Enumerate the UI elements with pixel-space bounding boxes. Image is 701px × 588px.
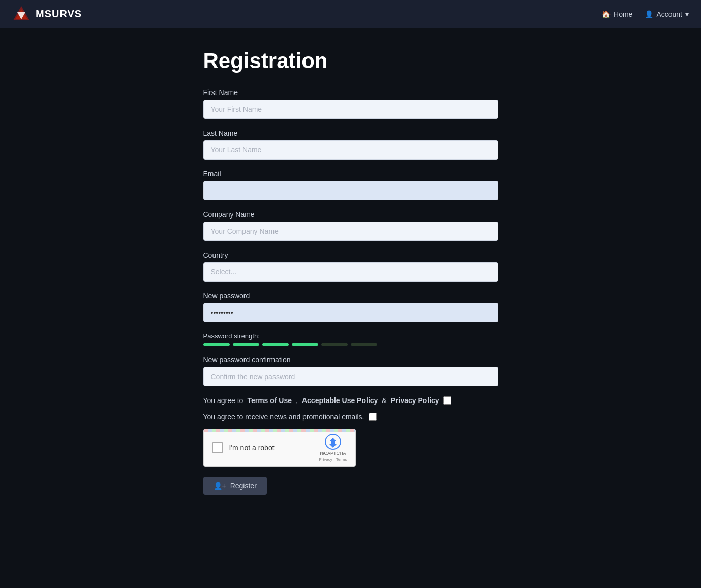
acceptable-use-link[interactable]: Acceptable Use Policy [302,396,378,405]
password-label: New password [203,292,498,300]
strength-bar-1 [203,343,230,346]
recaptcha-brand-text: reCAPTCHA [320,451,346,456]
register-button[interactable]: 👤+ Register [203,477,267,495]
recaptcha-checkbox[interactable] [212,442,223,453]
brand-name: MSURVS [36,8,82,20]
home-link[interactable]: 🏠 Home [602,10,632,18]
email-label: Email [203,170,498,178]
brand-logo[interactable]: MSURVS [12,5,82,23]
navbar: MSURVS 🏠 Home 👤 Account ▾ [0,0,701,28]
first-name-group: First Name [203,88,498,119]
strength-bars [203,343,498,346]
main-content: Registration First Name Last Name Email … [193,28,508,525]
news-checkbox-row: You agree to receive news and promotiona… [203,413,498,421]
recaptcha-links: Privacy - Terms [319,457,347,462]
email-group: Email [203,170,498,200]
terms-text-before: You agree to [203,396,243,405]
home-icon: 🏠 [602,10,611,18]
logo-icon [12,5,31,23]
recaptcha-box[interactable]: I'm not a robot reCAPTCHA Privacy - Term… [203,429,356,467]
country-select[interactable]: Select... United States United Kingdom C… [203,262,498,282]
terms-checkbox-row: You agree to Terms of Use , Acceptable U… [203,396,498,405]
recaptcha-logo-icon [325,434,341,450]
recaptcha-right: reCAPTCHA Privacy - Terms [319,434,347,462]
chevron-down-icon: ▾ [685,10,689,18]
strength-bar-6 [351,343,377,346]
terms-of-use-link[interactable]: Terms of Use [247,396,292,405]
privacy-policy-link[interactable]: Privacy Policy [391,396,439,405]
company-label: Company Name [203,210,498,219]
password-confirm-group: New password confirmation [203,356,498,386]
password-strength-group: Password strength: [203,332,498,346]
email-input[interactable] [203,181,498,200]
password-input[interactable] [203,303,498,322]
first-name-label: First Name [203,88,498,97]
company-group: Company Name [203,210,498,241]
news-checkbox[interactable] [369,413,377,421]
terms-checkbox[interactable] [443,396,451,405]
password-strength-label: Password strength: [203,332,498,340]
strength-bar-3 [262,343,289,346]
news-text: You agree to receive news and promotiona… [203,413,364,421]
account-link[interactable]: 👤 Account ▾ [645,10,689,18]
first-name-input[interactable] [203,100,498,119]
recaptcha-left: I'm not a robot [212,442,275,453]
terms-comma: , [296,396,298,405]
user-icon: 👤 [645,10,653,18]
password-group: New password [203,292,498,322]
company-input[interactable] [203,222,498,241]
last-name-input[interactable] [203,140,498,160]
country-label: Country [203,251,498,259]
strength-bar-5 [321,343,348,346]
page-title: Registration [203,49,498,73]
strength-bar-2 [233,343,259,346]
recaptcha-pattern [204,429,355,432]
register-label: Register [230,482,257,490]
last-name-label: Last Name [203,129,498,137]
terms-amp: & [382,396,386,405]
register-icon: 👤+ [214,482,226,490]
navbar-right: 🏠 Home 👤 Account ▾ [602,10,689,18]
password-confirm-input[interactable] [203,367,498,386]
strength-bar-4 [292,343,318,346]
last-name-group: Last Name [203,129,498,160]
recaptcha-text: I'm not a robot [229,444,275,452]
password-confirm-label: New password confirmation [203,356,498,364]
country-group: Country Select... United States United K… [203,251,498,282]
